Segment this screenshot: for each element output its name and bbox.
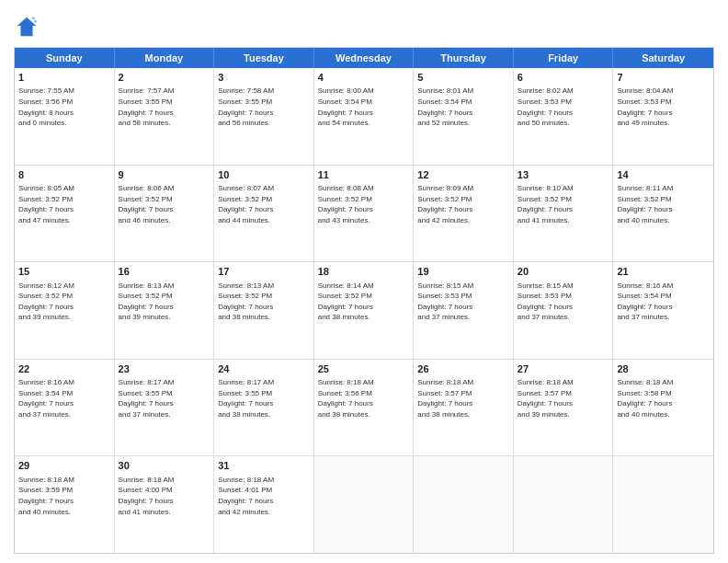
calendar-row: 29Sunrise: 8:18 AMSunset: 3:59 PMDayligh…	[15, 456, 713, 553]
calendar-row: 1Sunrise: 7:55 AMSunset: 3:56 PMDaylight…	[15, 68, 713, 166]
calendar-cell: 12Sunrise: 8:09 AMSunset: 3:52 PMDayligh…	[414, 166, 514, 262]
day-number: 8	[18, 168, 110, 182]
day-number: 31	[218, 459, 310, 473]
day-number: 15	[18, 265, 110, 279]
day-number: 12	[417, 168, 509, 182]
day-info: Sunrise: 8:18 AMSunset: 3:56 PMDaylight:…	[318, 377, 410, 419]
calendar-row: 8Sunrise: 8:05 AMSunset: 3:52 PMDaylight…	[15, 166, 713, 263]
calendar-cell: 15Sunrise: 8:12 AMSunset: 3:52 PMDayligh…	[15, 262, 115, 359]
day-number: 22	[18, 362, 110, 376]
weekday-header: Sunday	[15, 48, 115, 68]
calendar-body: 1Sunrise: 7:55 AMSunset: 3:56 PMDaylight…	[15, 68, 713, 553]
day-number: 10	[218, 168, 310, 182]
calendar-cell: 8Sunrise: 8:05 AMSunset: 3:52 PMDaylight…	[15, 166, 115, 262]
calendar-cell: 30Sunrise: 8:18 AMSunset: 4:00 PMDayligh…	[115, 456, 215, 553]
day-info: Sunrise: 8:18 AMSunset: 3:58 PMDaylight:…	[617, 377, 710, 419]
calendar-cell: 13Sunrise: 8:10 AMSunset: 3:52 PMDayligh…	[514, 166, 614, 262]
calendar-cell: 17Sunrise: 8:13 AMSunset: 3:52 PMDayligh…	[214, 262, 314, 359]
day-number: 3	[218, 71, 310, 85]
day-number: 25	[318, 362, 410, 376]
day-number: 6	[518, 71, 609, 85]
calendar-cell	[514, 456, 614, 553]
calendar-cell	[314, 456, 415, 553]
day-number: 5	[417, 71, 509, 85]
day-number: 14	[617, 168, 710, 182]
calendar-cell: 26Sunrise: 8:18 AMSunset: 3:57 PMDayligh…	[414, 360, 514, 456]
day-info: Sunrise: 8:18 AMSunset: 3:57 PMDaylight:…	[417, 377, 509, 419]
day-info: Sunrise: 8:14 AMSunset: 3:52 PMDaylight:…	[318, 281, 410, 323]
calendar-cell: 9Sunrise: 8:06 AMSunset: 3:52 PMDaylight…	[115, 166, 215, 262]
day-info: Sunrise: 8:18 AMSunset: 3:59 PMDaylight:…	[18, 475, 110, 517]
day-info: Sunrise: 8:06 AMSunset: 3:52 PMDaylight:…	[119, 183, 210, 225]
day-info: Sunrise: 8:07 AMSunset: 3:52 PMDaylight:…	[218, 183, 310, 225]
day-info: Sunrise: 8:09 AMSunset: 3:52 PMDaylight:…	[417, 183, 509, 225]
day-number: 19	[417, 265, 509, 279]
logo	[14, 14, 43, 40]
logo-icon	[14, 14, 40, 40]
svg-marker-1	[31, 17, 38, 23]
day-number: 30	[119, 459, 210, 473]
calendar-cell: 3Sunrise: 7:58 AMSunset: 3:55 PMDaylight…	[214, 68, 314, 165]
calendar-row: 22Sunrise: 8:16 AMSunset: 3:54 PMDayligh…	[15, 360, 713, 457]
calendar-cell: 28Sunrise: 8:18 AMSunset: 3:58 PMDayligh…	[613, 360, 713, 456]
day-info: Sunrise: 8:00 AMSunset: 3:54 PMDaylight:…	[318, 86, 410, 128]
day-info: Sunrise: 8:18 AMSunset: 4:01 PMDaylight:…	[218, 475, 310, 517]
calendar-cell: 24Sunrise: 8:17 AMSunset: 3:55 PMDayligh…	[214, 360, 314, 456]
calendar-cell: 19Sunrise: 8:15 AMSunset: 3:53 PMDayligh…	[414, 262, 514, 359]
day-info: Sunrise: 8:17 AMSunset: 3:55 PMDaylight:…	[119, 377, 210, 419]
calendar-cell	[613, 456, 713, 553]
calendar-cell: 31Sunrise: 8:18 AMSunset: 4:01 PMDayligh…	[214, 456, 314, 553]
calendar-cell: 20Sunrise: 8:15 AMSunset: 3:53 PMDayligh…	[514, 262, 614, 359]
calendar-cell: 6Sunrise: 8:02 AMSunset: 3:53 PMDaylight…	[514, 68, 614, 165]
calendar-cell: 16Sunrise: 8:13 AMSunset: 3:52 PMDayligh…	[115, 262, 215, 359]
day-info: Sunrise: 7:57 AMSunset: 3:55 PMDaylight:…	[119, 86, 210, 128]
day-info: Sunrise: 8:18 AMSunset: 4:00 PMDaylight:…	[119, 475, 210, 517]
day-info: Sunrise: 8:15 AMSunset: 3:53 PMDaylight:…	[417, 281, 509, 323]
day-info: Sunrise: 8:16 AMSunset: 3:54 PMDaylight:…	[617, 281, 710, 323]
calendar-cell: 4Sunrise: 8:00 AMSunset: 3:54 PMDaylight…	[314, 68, 415, 165]
day-number: 23	[119, 362, 210, 376]
calendar-cell: 7Sunrise: 8:04 AMSunset: 3:53 PMDaylight…	[613, 68, 713, 165]
calendar-cell: 18Sunrise: 8:14 AMSunset: 3:52 PMDayligh…	[314, 262, 415, 359]
day-info: Sunrise: 8:04 AMSunset: 3:53 PMDaylight:…	[617, 86, 710, 128]
weekday-header: Friday	[514, 48, 614, 68]
calendar-cell: 23Sunrise: 8:17 AMSunset: 3:55 PMDayligh…	[115, 360, 215, 456]
day-info: Sunrise: 8:13 AMSunset: 3:52 PMDaylight:…	[218, 281, 310, 323]
day-number: 28	[617, 362, 710, 376]
day-number: 20	[518, 265, 609, 279]
day-number: 9	[119, 168, 210, 182]
day-info: Sunrise: 7:55 AMSunset: 3:56 PMDaylight:…	[18, 86, 110, 128]
day-number: 29	[18, 459, 110, 473]
calendar-cell: 25Sunrise: 8:18 AMSunset: 3:56 PMDayligh…	[314, 360, 415, 456]
day-number: 26	[417, 362, 509, 376]
header	[14, 14, 714, 40]
day-number: 16	[119, 265, 210, 279]
day-number: 4	[318, 71, 410, 85]
calendar-page: SundayMondayTuesdayWednesdayThursdayFrid…	[0, 0, 728, 563]
calendar-row: 15Sunrise: 8:12 AMSunset: 3:52 PMDayligh…	[15, 262, 713, 360]
day-info: Sunrise: 7:58 AMSunset: 3:55 PMDaylight:…	[218, 86, 310, 128]
weekday-header: Saturday	[613, 48, 713, 68]
day-info: Sunrise: 8:10 AMSunset: 3:52 PMDaylight:…	[518, 183, 609, 225]
day-info: Sunrise: 8:02 AMSunset: 3:53 PMDaylight:…	[518, 86, 609, 128]
day-number: 13	[518, 168, 609, 182]
calendar-cell: 10Sunrise: 8:07 AMSunset: 3:52 PMDayligh…	[214, 166, 314, 262]
calendar-cell: 1Sunrise: 7:55 AMSunset: 3:56 PMDaylight…	[15, 68, 115, 165]
day-info: Sunrise: 8:17 AMSunset: 3:55 PMDaylight:…	[218, 377, 310, 419]
calendar-cell: 11Sunrise: 8:08 AMSunset: 3:52 PMDayligh…	[314, 166, 415, 262]
day-info: Sunrise: 8:08 AMSunset: 3:52 PMDaylight:…	[318, 183, 410, 225]
weekday-header: Monday	[115, 48, 215, 68]
weekday-header: Tuesday	[214, 48, 314, 68]
day-number: 2	[119, 71, 210, 85]
day-number: 17	[218, 265, 310, 279]
day-info: Sunrise: 8:05 AMSunset: 3:52 PMDaylight:…	[18, 183, 110, 225]
calendar-cell	[414, 456, 514, 553]
day-number: 7	[617, 71, 710, 85]
day-info: Sunrise: 8:15 AMSunset: 3:53 PMDaylight:…	[518, 281, 609, 323]
day-info: Sunrise: 8:01 AMSunset: 3:54 PMDaylight:…	[417, 86, 509, 128]
day-info: Sunrise: 8:18 AMSunset: 3:57 PMDaylight:…	[518, 377, 609, 419]
day-number: 1	[18, 71, 110, 85]
day-number: 18	[318, 265, 410, 279]
calendar-cell: 29Sunrise: 8:18 AMSunset: 3:59 PMDayligh…	[15, 456, 115, 553]
weekday-header: Thursday	[414, 48, 514, 68]
